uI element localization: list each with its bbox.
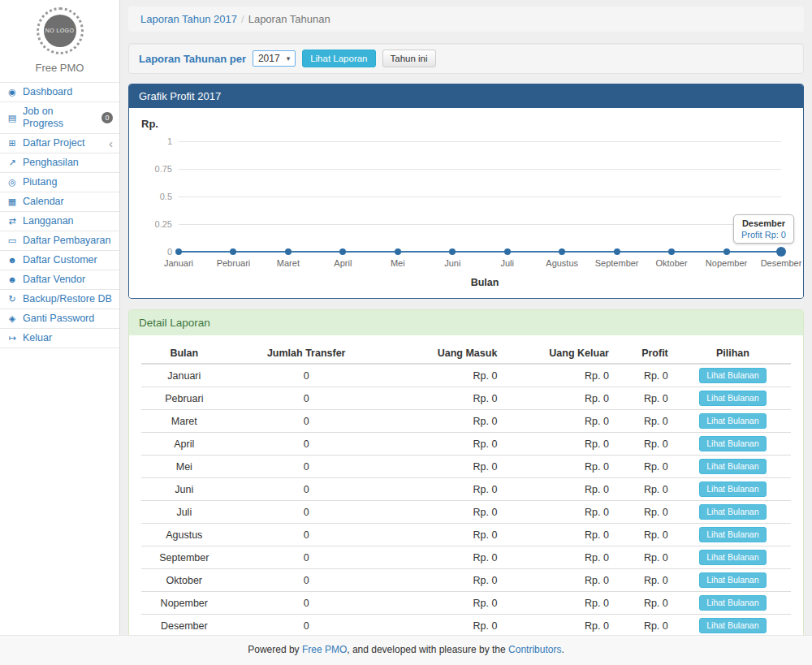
y-tick-label: 1 (167, 136, 172, 146)
table-cell: 0 (227, 364, 386, 387)
main-layout: NO LOGO Free PMO ◉Dashboard▤Job on Progr… (0, 0, 812, 635)
chart-x-axis-title: Bulan (141, 277, 791, 288)
lihat-bulanan-button[interactable]: Lihat Bulanan (699, 618, 766, 633)
lihat-bulanan-button[interactable]: Lihat Bulanan (699, 436, 766, 451)
footer-brand-link[interactable]: Free PMO (302, 644, 347, 655)
lihat-bulanan-button[interactable]: Lihat Bulanan (699, 527, 766, 542)
data-point-juli[interactable] (504, 248, 511, 255)
gridline (179, 169, 781, 170)
sidebar-item-label: Langganan (23, 215, 74, 227)
year-select[interactable]: 2017 ▾ (253, 50, 296, 67)
x-tick-label: April (334, 258, 352, 268)
table-cell: Rp. 0 (503, 387, 615, 410)
action-cell: Lihat Bulanan (675, 456, 791, 478)
sidebar-item-job-on-progress[interactable]: ▤Job on Progress0 (0, 102, 119, 134)
table-row: Mei0Rp. 0Rp. 0Rp. 0Lihat Bulanan (141, 456, 791, 478)
table-cell: Rp. 0 (615, 501, 675, 524)
sidebar: NO LOGO Free PMO ◉Dashboard▤Job on Progr… (0, 0, 120, 635)
chart-x-labels: JanuariPebruariMaretAprilMeiJuniJuliAgus… (179, 258, 781, 270)
lihat-bulanan-button[interactable]: Lihat Bulanan (699, 550, 766, 565)
sidebar-item-ganti-password[interactable]: ◈Ganti Password (0, 309, 119, 329)
table-cell: Rp. 0 (615, 569, 675, 592)
action-cell: Lihat Bulanan (675, 615, 791, 637)
x-tick-label: Oktober (656, 258, 688, 268)
sidebar-item-daftar-pembayaran[interactable]: ▭Daftar Pembayaran (0, 231, 119, 251)
action-cell: Lihat Bulanan (675, 501, 791, 524)
sidebar-item-label: Daftar Vendor (23, 274, 85, 286)
lihat-bulanan-button[interactable]: Lihat Bulanan (699, 413, 766, 429)
table-cell: Agustus (141, 524, 227, 546)
sidebar-item-daftar-project[interactable]: ⊞Daftar Project‹ (0, 134, 119, 153)
chevron-left-icon: ‹ (109, 139, 113, 149)
tasks-icon: ▤ (6, 112, 18, 124)
table-cell: Rp. 0 (503, 615, 615, 637)
data-point-september[interactable] (614, 248, 620, 255)
lihat-laporan-button[interactable]: Lihat Laporan (302, 50, 375, 67)
lihat-bulanan-button[interactable]: Lihat Bulanan (699, 595, 766, 611)
y-tick-label: 0.5 (160, 192, 172, 201)
lihat-bulanan-button[interactable]: Lihat Bulanan (699, 481, 766, 497)
action-cell: Lihat Bulanan (675, 546, 791, 569)
report-table-body: Januari0Rp. 0Rp. 0Rp. 0Lihat BulananPebr… (141, 364, 791, 658)
lihat-bulanan-button[interactable]: Lihat Bulanan (699, 572, 766, 588)
sidebar-item-calendar[interactable]: ▦Calendar (0, 192, 119, 212)
sidebar-item-backup-restore-db[interactable]: ↻Backup/Restore DB (0, 290, 119, 309)
tahun-ini-button[interactable]: Tahun ini (382, 50, 436, 67)
x-tick-label: Desember (761, 258, 802, 268)
sidebar-item-label: Calendar (23, 196, 64, 208)
y-tick-label: 0.25 (155, 219, 172, 229)
table-cell: Rp. 0 (386, 433, 504, 456)
table-row: April0Rp. 0Rp. 0Rp. 0Lihat Bulanan (141, 433, 791, 456)
table-cell: 0 (227, 410, 386, 433)
column-header: Jumlah Transfer (227, 343, 386, 364)
sidebar-item-daftar-customer[interactable]: ☻Daftar Customer (0, 251, 119, 270)
table-cell: Juni (141, 478, 227, 501)
sidebar-menu: ◉Dashboard▤Job on Progress0⊞Daftar Proje… (0, 82, 119, 348)
report-table-head: BulanJumlah TransferUang MasukUang Kelua… (141, 343, 791, 364)
sidebar-item-daftar-vendor[interactable]: ☻Daftar Vendor (0, 270, 119, 290)
footer-contributors-link[interactable]: Contributors (508, 644, 561, 655)
table-cell: Rp. 0 (503, 478, 615, 501)
data-point-maret[interactable] (285, 248, 292, 255)
lihat-bulanan-button[interactable]: Lihat Bulanan (699, 368, 766, 383)
sidebar-item-label: Dashboard (23, 86, 72, 98)
table-cell: Desember (141, 615, 227, 637)
table-cell: Rp. 0 (386, 410, 504, 433)
tooltip-value: Profit Rp: 0 (741, 230, 786, 240)
x-tick-label: Pebruari (217, 258, 251, 268)
lihat-bulanan-button[interactable]: Lihat Bulanan (699, 391, 766, 406)
data-point-januari[interactable] (175, 248, 182, 255)
table-cell: Pebruari (141, 387, 227, 410)
action-cell: Lihat Bulanan (675, 387, 791, 410)
data-point-nopember[interactable] (723, 248, 730, 255)
table-header-row: BulanJumlah TransferUang MasukUang Kelua… (141, 343, 791, 364)
action-cell: Lihat Bulanan (675, 364, 791, 387)
data-point-juni[interactable] (449, 248, 456, 255)
table-cell: Rp. 0 (615, 524, 675, 546)
data-point-desember[interactable] (776, 247, 786, 257)
data-point-april[interactable] (339, 248, 346, 255)
table-cell: Rp. 0 (615, 546, 675, 569)
profit-chart-panel: Grafik Profit 2017 Rp. 10.750.50.250 Des… (128, 84, 804, 299)
sidebar-item-keluar[interactable]: ↦Keluar (0, 329, 119, 348)
report-table: BulanJumlah TransferUang MasukUang Kelua… (141, 343, 791, 658)
action-cell: Lihat Bulanan (675, 433, 791, 456)
brand-name: Free PMO (0, 56, 119, 82)
lihat-bulanan-button[interactable]: Lihat Bulanan (699, 504, 766, 520)
data-point-mei[interactable] (395, 248, 401, 255)
breadcrumb-link[interactable]: Laporan Tahun 2017 (140, 13, 237, 25)
data-point-pebruari[interactable] (230, 248, 236, 255)
data-point-agustus[interactable] (559, 248, 565, 255)
data-point-oktober[interactable] (668, 248, 675, 255)
column-header: Profit (615, 343, 675, 364)
sidebar-item-langganan[interactable]: ⇄Langganan (0, 212, 119, 231)
footer-text-prefix: Powered by (248, 644, 302, 655)
x-tick-label: Nopember (706, 258, 747, 268)
lihat-bulanan-button[interactable]: Lihat Bulanan (699, 459, 766, 474)
sidebar-item-dashboard[interactable]: ◉Dashboard (0, 83, 119, 102)
table-cell: September (141, 546, 227, 569)
sidebar-item-penghasilan[interactable]: ↗Penghasilan (0, 153, 119, 173)
sidebar-item-piutang[interactable]: ◎Piutang (0, 173, 119, 192)
column-header: Bulan (141, 343, 227, 364)
main-content: Laporan Tahun 2017/Laporan Tahunan Lapor… (120, 0, 812, 635)
